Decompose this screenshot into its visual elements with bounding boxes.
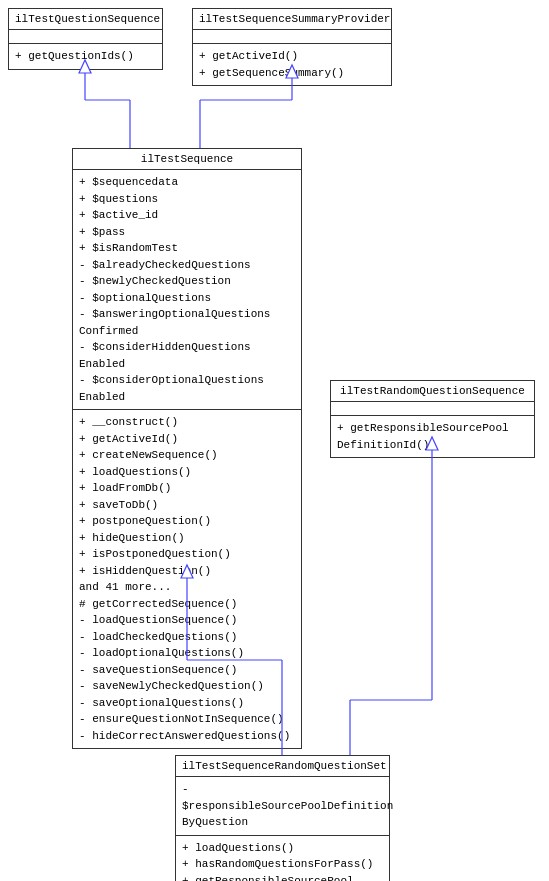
box-section-methods-rand: + getResponsibleSourcePoolDefinitionId() <box>331 416 534 457</box>
box-section-methods-seqrand: + loadQuestions() + hasRandomQuestionsFo… <box>176 836 389 882</box>
box-title-ilTestSequence: ilTestSequence <box>73 149 301 170</box>
diagram-container: ilTestQuestionSequence + getQuestionIds(… <box>0 0 549 881</box>
box-ilTestSequence: ilTestSequence + $sequencedata + $questi… <box>72 148 302 749</box>
box-ilTestRandomQuestionSequence: ilTestRandomQuestionSequence + getRespon… <box>330 380 535 458</box>
box-title-ilTestSequenceSummaryProvider: ilTestSequenceSummaryProvider <box>193 9 391 30</box>
box-section-attrs-2 <box>193 30 391 44</box>
box-section-methods-1: + getQuestionIds() <box>9 44 162 69</box>
box-title-ilTestRandomQuestionSequence: ilTestRandomQuestionSequence <box>331 381 534 402</box>
box-section-attrs-seqrand: - $responsibleSourcePoolDefinitionByQues… <box>176 777 389 836</box>
box-section-methods-ilTestSequence: + __construct() + getActiveId() + create… <box>73 410 301 748</box>
box-title-ilTestQuestionSequence: ilTestQuestionSequence <box>9 9 162 30</box>
box-ilTestSequenceSummaryProvider: ilTestSequenceSummaryProvider + getActiv… <box>192 8 392 86</box>
box-ilTestQuestionSequence: ilTestQuestionSequence + getQuestionIds(… <box>8 8 163 70</box>
box-section-attrs-ilTestSequence: + $sequencedata + $questions + $active_i… <box>73 170 301 410</box>
box-title-ilTestSequenceRandomQuestionSet: ilTestSequenceRandomQuestionSet <box>176 756 389 777</box>
box-section-attrs-rand <box>331 402 534 416</box>
box-section-attrs-1 <box>9 30 162 44</box>
box-section-methods-2: + getActiveId()+ getSequenceSummary() <box>193 44 391 85</box>
box-ilTestSequenceRandomQuestionSet: ilTestSequenceRandomQuestionSet - $respo… <box>175 755 390 881</box>
